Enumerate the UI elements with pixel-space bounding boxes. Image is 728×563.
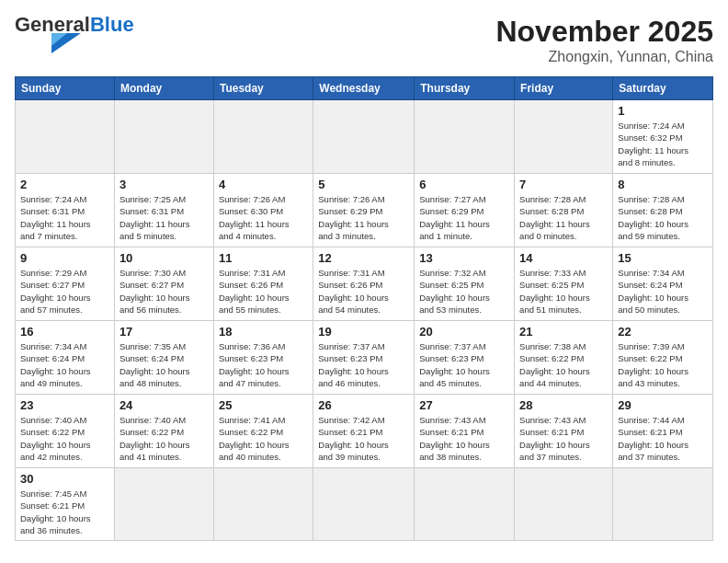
calendar-day-cell: 2Sunrise: 7:24 AMSunset: 6:31 PMDaylight… — [16, 174, 115, 247]
calendar-day-cell: 17Sunrise: 7:35 AMSunset: 6:24 PMDayligh… — [114, 321, 213, 395]
calendar-day-cell: 9Sunrise: 7:29 AMSunset: 6:27 PMDaylight… — [16, 247, 115, 321]
day-number: 28 — [519, 398, 608, 412]
calendar-day-cell: 15Sunrise: 7:34 AMSunset: 6:24 PMDayligh… — [613, 247, 713, 321]
day-number: 3 — [119, 178, 209, 191]
day-info: Sunrise: 7:43 AMSunset: 6:21 PMDaylight:… — [419, 414, 509, 463]
calendar-day-cell: 6Sunrise: 7:27 AMSunset: 6:29 PMDaylight… — [415, 174, 515, 247]
calendar-day-cell: 7Sunrise: 7:28 AMSunset: 6:28 PMDaylight… — [515, 174, 613, 247]
calendar-day-cell: 3Sunrise: 7:25 AMSunset: 6:31 PMDaylight… — [114, 174, 213, 247]
day-info: Sunrise: 7:38 AMSunset: 6:22 PMDaylight:… — [519, 340, 608, 389]
day-info: Sunrise: 7:40 AMSunset: 6:22 PMDaylight:… — [20, 414, 109, 463]
calendar-day-cell: 14Sunrise: 7:33 AMSunset: 6:25 PMDayligh… — [515, 247, 613, 321]
logo-blue: Blue — [90, 15, 134, 35]
calendar-day-cell — [114, 100, 213, 174]
day-info: Sunrise: 7:31 AMSunset: 6:26 PMDaylight:… — [219, 267, 308, 316]
weekday-header-wednesday: Wednesday — [313, 77, 415, 100]
calendar-day-cell — [515, 100, 613, 174]
calendar-day-cell: 1Sunrise: 7:24 AMSunset: 6:32 PMDaylight… — [613, 100, 713, 174]
calendar-day-cell: 8Sunrise: 7:28 AMSunset: 6:28 PMDaylight… — [613, 174, 713, 247]
calendar-day-cell — [213, 468, 313, 541]
day-number: 9 — [20, 251, 109, 265]
day-number: 8 — [618, 178, 708, 191]
day-info: Sunrise: 7:41 AMSunset: 6:22 PMDaylight:… — [219, 414, 308, 463]
calendar-day-cell — [415, 468, 515, 541]
day-number: 5 — [318, 178, 409, 191]
calendar-day-cell: 13Sunrise: 7:32 AMSunset: 6:25 PMDayligh… — [415, 247, 515, 321]
page-header: General Blue November 2025 Zhongxin, Yun… — [15, 15, 713, 65]
calendar-day-cell — [613, 468, 713, 541]
weekday-header-friday: Friday — [515, 77, 613, 100]
day-info: Sunrise: 7:29 AMSunset: 6:27 PMDaylight:… — [20, 267, 109, 316]
calendar-day-cell — [16, 100, 115, 174]
day-info: Sunrise: 7:33 AMSunset: 6:25 PMDaylight:… — [519, 267, 608, 316]
calendar-day-cell: 29Sunrise: 7:44 AMSunset: 6:21 PMDayligh… — [613, 395, 713, 468]
calendar-day-cell: 16Sunrise: 7:34 AMSunset: 6:24 PMDayligh… — [16, 321, 115, 395]
weekday-header-monday: Monday — [114, 77, 213, 100]
day-number: 20 — [419, 325, 509, 339]
calendar-table: SundayMondayTuesdayWednesdayThursdayFrid… — [15, 76, 713, 541]
calendar-day-cell — [515, 468, 613, 541]
day-number: 22 — [618, 325, 708, 339]
day-info: Sunrise: 7:34 AMSunset: 6:24 PMDaylight:… — [20, 340, 109, 389]
day-info: Sunrise: 7:28 AMSunset: 6:28 PMDaylight:… — [519, 193, 608, 242]
day-number: 15 — [618, 251, 708, 265]
day-number: 26 — [318, 398, 409, 412]
day-number: 27 — [419, 398, 509, 412]
day-info: Sunrise: 7:45 AMSunset: 6:21 PMDaylight:… — [20, 488, 109, 536]
day-info: Sunrise: 7:31 AMSunset: 6:26 PMDaylight:… — [318, 267, 409, 316]
day-info: Sunrise: 7:42 AMSunset: 6:21 PMDaylight:… — [318, 414, 409, 463]
weekday-header-saturday: Saturday — [613, 77, 713, 100]
day-number: 25 — [219, 398, 308, 412]
day-info: Sunrise: 7:32 AMSunset: 6:25 PMDaylight:… — [419, 267, 509, 316]
calendar-week-row: 1Sunrise: 7:24 AMSunset: 6:32 PMDaylight… — [16, 100, 713, 174]
day-number: 12 — [318, 251, 409, 265]
day-number: 2 — [20, 178, 109, 191]
day-info: Sunrise: 7:36 AMSunset: 6:23 PMDaylight:… — [219, 340, 308, 389]
calendar-day-cell — [114, 468, 213, 541]
day-info: Sunrise: 7:24 AMSunset: 6:31 PMDaylight:… — [20, 193, 109, 242]
calendar-day-cell: 21Sunrise: 7:38 AMSunset: 6:22 PMDayligh… — [515, 321, 613, 395]
calendar-day-cell: 5Sunrise: 7:26 AMSunset: 6:29 PMDaylight… — [313, 174, 415, 247]
day-info: Sunrise: 7:44 AMSunset: 6:21 PMDaylight:… — [618, 414, 708, 463]
day-info: Sunrise: 7:28 AMSunset: 6:28 PMDaylight:… — [618, 193, 708, 242]
day-number: 7 — [519, 178, 608, 191]
day-number: 18 — [219, 325, 308, 339]
logo-general: General — [15, 15, 90, 35]
calendar-day-cell: 28Sunrise: 7:43 AMSunset: 6:21 PMDayligh… — [515, 395, 613, 468]
day-number: 4 — [219, 178, 308, 191]
day-number: 16 — [20, 325, 109, 339]
day-number: 19 — [318, 325, 409, 339]
calendar-day-cell: 24Sunrise: 7:40 AMSunset: 6:22 PMDayligh… — [114, 395, 213, 468]
day-info: Sunrise: 7:34 AMSunset: 6:24 PMDaylight:… — [618, 267, 708, 316]
day-number: 21 — [519, 325, 608, 339]
weekday-header-tuesday: Tuesday — [213, 77, 313, 100]
day-info: Sunrise: 7:37 AMSunset: 6:23 PMDaylight:… — [419, 340, 509, 389]
weekday-header-thursday: Thursday — [415, 77, 515, 100]
day-number: 29 — [618, 398, 708, 412]
day-number: 24 — [119, 398, 209, 412]
day-info: Sunrise: 7:27 AMSunset: 6:29 PMDaylight:… — [419, 193, 509, 242]
day-number: 14 — [519, 251, 608, 265]
day-number: 23 — [20, 398, 109, 412]
calendar-day-cell: 11Sunrise: 7:31 AMSunset: 6:26 PMDayligh… — [213, 247, 313, 321]
day-number: 1 — [618, 104, 708, 118]
day-info: Sunrise: 7:30 AMSunset: 6:27 PMDaylight:… — [119, 267, 209, 316]
day-number: 17 — [119, 325, 209, 339]
day-info: Sunrise: 7:39 AMSunset: 6:22 PMDaylight:… — [618, 340, 708, 389]
day-number: 6 — [419, 178, 509, 191]
logo: General Blue — [15, 15, 134, 53]
day-info: Sunrise: 7:37 AMSunset: 6:23 PMDaylight:… — [318, 340, 409, 389]
calendar-day-cell — [415, 100, 515, 174]
day-info: Sunrise: 7:43 AMSunset: 6:21 PMDaylight:… — [519, 414, 608, 463]
day-number: 30 — [20, 472, 109, 486]
calendar-day-cell: 19Sunrise: 7:37 AMSunset: 6:23 PMDayligh… — [313, 321, 415, 395]
day-info: Sunrise: 7:24 AMSunset: 6:32 PMDaylight:… — [618, 120, 708, 168]
calendar-day-cell: 30Sunrise: 7:45 AMSunset: 6:21 PMDayligh… — [16, 468, 115, 541]
day-info: Sunrise: 7:26 AMSunset: 6:30 PMDaylight:… — [219, 193, 308, 242]
calendar-week-row: 16Sunrise: 7:34 AMSunset: 6:24 PMDayligh… — [16, 321, 713, 395]
day-number: 10 — [119, 251, 209, 265]
calendar-day-cell: 18Sunrise: 7:36 AMSunset: 6:23 PMDayligh… — [213, 321, 313, 395]
calendar-day-cell: 26Sunrise: 7:42 AMSunset: 6:21 PMDayligh… — [313, 395, 415, 468]
weekday-header-row: SundayMondayTuesdayWednesdayThursdayFrid… — [16, 77, 713, 100]
calendar-day-cell: 20Sunrise: 7:37 AMSunset: 6:23 PMDayligh… — [415, 321, 515, 395]
